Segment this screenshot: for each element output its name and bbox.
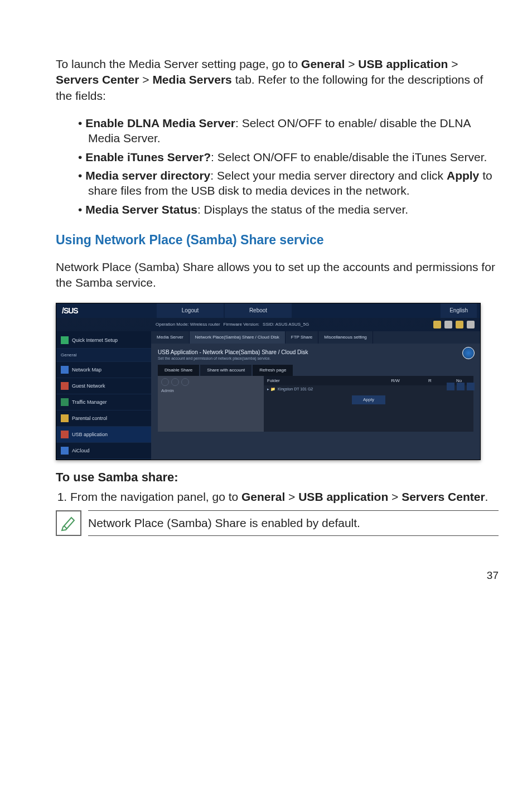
remove-icon[interactable] [457,383,465,390]
apply-button[interactable]: Apply [352,395,385,404]
tree-action-icon[interactable] [161,378,169,386]
wand-icon [61,336,69,344]
path-general: General [301,57,345,70]
file-list: Folder R/W R No ▸ 📁 Kingston DT 101 G2 A… [264,376,473,432]
step-1: From the navigation panel, go to General… [70,489,499,505]
guest-icon [61,382,69,390]
sidebar-item-usb-application[interactable]: USB application [56,427,151,443]
note-text: Network Place (Samba) Share is enabled b… [88,510,499,536]
main-panel: Media Server Network Place(Samba) Share … [151,331,480,460]
add-icon[interactable] [447,383,454,390]
status-icon [444,321,452,328]
seg-disable-share[interactable]: Disable Share [158,365,199,376]
topbar: /SUS Logout Reboot English [56,303,480,318]
bullet-media-dir: Media server directory: Select your medi… [78,168,499,199]
section-body-samba: Network Place (Samba) Share allows you t… [56,259,499,291]
traffic-icon [61,398,69,406]
tree-action-icon[interactable] [181,378,189,386]
tab-ftp-share[interactable]: FTP Share [286,331,319,344]
cloud-icon [61,447,69,455]
sidebar-item-traffic-manager[interactable]: Traffic Manager [56,394,151,410]
tab-misc[interactable]: Miscellaneous setting [318,331,373,344]
file-row[interactable]: ▸ 📁 Kingston DT 101 G2 [264,385,473,393]
edit-icon[interactable] [467,383,475,390]
language-select[interactable]: English [441,303,477,318]
col-folder: Folder [264,376,375,385]
field-descriptions-list: Enable DLNA Media Server: Select ON/OFF … [56,115,499,217]
network-icon [61,366,69,374]
sidebar-item-network-map[interactable]: Network Map [56,362,151,378]
router-ui-screenshot: /SUS Logout Reboot English Operation Mod… [56,303,481,460]
tab-bar: Media Server Network Place(Samba) Share … [151,331,480,344]
lock-icon [61,414,69,422]
sidebar-item-qis[interactable]: Quick Internet Setup [56,332,151,349]
firmware-version: Firmware Version: [224,322,259,327]
path-servers-center: Servers Center [56,73,139,86]
status-icon [467,321,475,328]
sidebar: Quick Internet Setup General Network Map… [56,331,151,460]
reboot-button[interactable]: Reboot [225,303,292,318]
sidebar-section-header: General [56,349,151,362]
asus-logo: /SUS [56,306,157,315]
subhead-samba: To use Samba share: [56,470,499,485]
col-r: R [415,376,444,385]
sidebar-item-aicloud[interactable]: AiCloud [56,443,151,459]
logout-button[interactable]: Logout [157,303,224,318]
page-number: 37 [56,569,499,582]
refresh-icon[interactable] [462,347,475,359]
tree-action-icon[interactable] [171,378,179,386]
tab-samba-share[interactable]: Network Place(Samba) Share / Cloud Disk [190,331,286,344]
bullet-itunes: Enable iTunes Server?: Select ON/OFF to … [78,149,499,165]
bullet-media-status: Media Server Status: Displays the status… [78,202,499,217]
seg-share-account[interactable]: Share with account [200,365,252,376]
path-media-servers: Media Servers [152,73,231,86]
segment-bar: Disable Share Share with account Refresh… [158,365,473,376]
path-usb-application: USB application [358,57,448,70]
tab-media-server[interactable]: Media Server [151,331,190,344]
info-bar: Operation Mode: Wireless router Firmware… [56,318,480,331]
tree-item-admin[interactable]: Admin [161,388,260,393]
seg-refresh-page[interactable]: Refresh page [253,365,293,376]
file-list-header: Folder R/W R No [264,376,473,385]
intro-prefix: To launch the Media Server setting page,… [56,57,301,70]
panel-title: USB Application - Network Place(Samba) S… [158,349,473,355]
ssid-label: SSID: ASUS ASUS_5G [263,322,309,327]
operation-mode: Operation Mode: Wireless router [156,322,220,327]
steps-list: From the navigation panel, go to General… [56,489,499,505]
panel-subtitle: Set the account and permission of networ… [158,356,473,360]
status-icon [433,321,441,328]
col-rw: R/W [375,376,415,385]
folder-tree: Admin [158,376,264,432]
sidebar-item-guest-network[interactable]: Guest Network [56,378,151,394]
bullet-dlna: Enable DLNA Media Server: Select ON/OFF … [78,115,499,146]
status-icon [456,321,463,328]
sidebar-item-parental-control[interactable]: Parental control [56,410,151,427]
note-icon [56,510,81,536]
intro-paragraph: To launch the Media Server setting page,… [56,56,499,104]
usb-icon [61,431,69,438]
note-row: Network Place (Samba) Share is enabled b… [56,510,499,536]
section-heading-samba: Using Network Place (Samba) Share servic… [56,233,499,248]
